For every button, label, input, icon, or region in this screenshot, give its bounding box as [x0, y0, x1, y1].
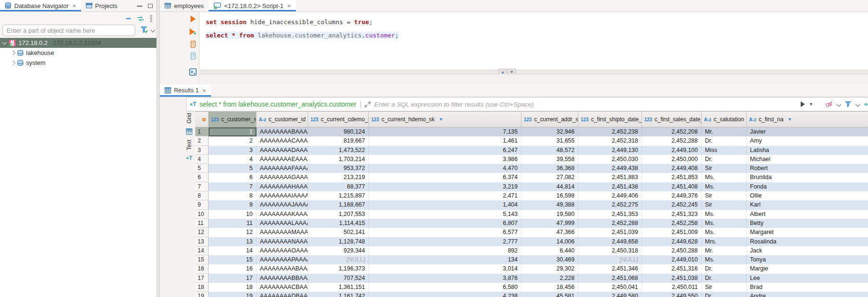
- grid-cell[interactable]: Rosalinda: [747, 237, 868, 246]
- row-number[interactable]: 1: [195, 127, 209, 136]
- grid-cell[interactable]: 16,598: [521, 191, 578, 200]
- grid-cell[interactable]: 5,143: [369, 210, 521, 219]
- grid-cell[interactable]: 2,449,408: [642, 164, 702, 173]
- grid-cell[interactable]: 1,461: [369, 136, 521, 145]
- grid-cell[interactable]: 1,168,667: [308, 200, 369, 209]
- row-number[interactable]: 15: [195, 255, 209, 264]
- column-header-c_current_addr_sk[interactable]: 123c_current_addr_sk▼: [521, 112, 578, 127]
- grid-cell[interactable]: 2,451,009: [642, 228, 702, 237]
- column-header-c_current_cdemo_sk[interactable]: 123c_current_cdemo_sk▼: [308, 112, 369, 127]
- row-number[interactable]: 6: [195, 173, 209, 182]
- row-number[interactable]: 7: [195, 182, 209, 191]
- grid-cell[interactable]: 2,451,038: [642, 274, 702, 283]
- row-number[interactable]: 2: [195, 136, 209, 145]
- grid-cell[interactable]: 14,006: [521, 237, 578, 246]
- chevron-right-icon[interactable]: [11, 51, 16, 55]
- grid-cell[interactable]: 953,372: [308, 164, 369, 173]
- row-number[interactable]: 3: [195, 146, 209, 155]
- grid-cell[interactable]: Albert: [747, 210, 868, 219]
- sql-editor[interactable]: + set session hide_inaccessible_columns …: [160, 12, 868, 84]
- filter-objects-icon[interactable]: [140, 26, 148, 34]
- grid-cell[interactable]: 6,580: [369, 283, 521, 292]
- grid-cell[interactable]: 2,450,041: [578, 283, 642, 292]
- minimize-icon[interactable]: [137, 5, 142, 7]
- grid-corner-cell[interactable]: [195, 112, 209, 127]
- link-with-editor-icon[interactable]: [137, 16, 144, 21]
- row-number[interactable]: 9: [195, 200, 209, 209]
- grid-cell[interactable]: 2,452,245: [642, 200, 702, 209]
- row-number[interactable]: 14: [195, 246, 209, 255]
- grid-cell[interactable]: 1,161,742: [308, 292, 369, 297]
- apply-filter-icon[interactable]: [801, 101, 805, 107]
- grid-cell[interactable]: [NULL]: [578, 255, 642, 264]
- grid-cell[interactable]: 6: [209, 173, 256, 182]
- grid-cell[interactable]: 10: [209, 210, 256, 219]
- grid-cell[interactable]: Ms.: [702, 210, 747, 219]
- grid-cell[interactable]: AAAAAAAADAAAAAAA: [256, 146, 308, 155]
- grid-cell[interactable]: Ms.: [702, 173, 747, 182]
- grid-cell[interactable]: 2,449,628: [642, 237, 702, 246]
- grid-cell[interactable]: Ollie: [747, 191, 868, 200]
- grid-cell[interactable]: Dr.: [702, 155, 747, 164]
- grid-cell[interactable]: 2,449,406: [578, 191, 642, 200]
- grid-cell[interactable]: AAAAAAAALAAAAAAA: [256, 219, 308, 228]
- grid-cell[interactable]: 2,452,318: [578, 136, 642, 145]
- open-sql-console-icon[interactable]: [189, 68, 197, 76]
- grid-cell[interactable]: AAAAAAAACAAAAAAA: [256, 136, 308, 145]
- grid-cell[interactable]: Ms.: [702, 255, 747, 264]
- grid-cell[interactable]: 11: [209, 219, 256, 228]
- grid-cell[interactable]: Sir: [702, 283, 747, 292]
- grid-cell[interactable]: 3,986: [369, 155, 521, 164]
- grid-cell[interactable]: 13: [209, 237, 256, 246]
- grid-cell[interactable]: Dr.: [702, 274, 747, 283]
- grid-cell[interactable]: Brunilda: [747, 173, 868, 182]
- grid-cell[interactable]: 6,577: [369, 228, 521, 237]
- grid-cell[interactable]: Dr.: [702, 136, 747, 145]
- grid-cell[interactable]: 2,451,353: [578, 210, 642, 219]
- chevron-down-icon[interactable]: [2, 40, 7, 45]
- grid-cell[interactable]: 18: [209, 283, 256, 292]
- close-icon[interactable]: ×: [202, 87, 206, 94]
- grid-cell[interactable]: 44,814: [521, 182, 578, 191]
- grid-cell[interactable]: 19: [209, 292, 256, 297]
- presentation-tab-text[interactable]: Text: [186, 140, 192, 150]
- grid-cell[interactable]: 2,450,011: [642, 283, 702, 292]
- grid-cell[interactable]: Margie: [747, 264, 868, 273]
- grid-cell[interactable]: 213,219: [308, 173, 369, 182]
- grid-cell[interactable]: 1,207,553: [308, 210, 369, 219]
- grid-cell[interactable]: Latisha: [747, 146, 868, 155]
- tab-projects[interactable]: Projects: [81, 0, 122, 11]
- grid-cell[interactable]: 7,135: [369, 127, 521, 136]
- grid-cell[interactable]: 2,228: [521, 274, 578, 283]
- grid-cell[interactable]: 502,141: [308, 228, 369, 237]
- grid-cell[interactable]: 3: [209, 146, 256, 155]
- grid-cell[interactable]: 6,247: [369, 146, 521, 155]
- grid-cell[interactable]: Ms.: [702, 219, 747, 228]
- grid-cell[interactable]: 30,469: [521, 255, 578, 264]
- execute-statement-icon[interactable]: [191, 16, 196, 22]
- grid-cell[interactable]: 12: [209, 228, 256, 237]
- column-header-c_current_hdemo_sk[interactable]: 123c_current_hdemo_sk▼: [369, 112, 521, 127]
- row-number[interactable]: 17: [195, 274, 209, 283]
- column-header-c_first_shipto_date_sk[interactable]: 123c_first_shipto_date_sk▼: [578, 112, 642, 127]
- object-filter-input[interactable]: [2, 25, 135, 36]
- grid-cell[interactable]: 36,368: [521, 164, 578, 173]
- grid-cell[interactable]: AAAAAAAAEAAAAAAA: [256, 155, 308, 164]
- grid-cell[interactable]: 2,449,658: [578, 237, 642, 246]
- row-number[interactable]: 13: [195, 237, 209, 246]
- grid-cell[interactable]: Brad: [747, 283, 868, 292]
- grid-cell[interactable]: 8: [209, 191, 256, 200]
- grid-cell[interactable]: AAAAAAAAOAAAAAAA: [256, 246, 308, 255]
- grid-cell[interactable]: 2,449,100: [642, 146, 702, 155]
- execute-script-icon[interactable]: [190, 41, 197, 48]
- grid-cell[interactable]: 18,456: [521, 283, 578, 292]
- grid-cell[interactable]: AAAAAAAAJAAAAAAA: [256, 200, 308, 209]
- grid-cell[interactable]: 2,449,010: [642, 255, 702, 264]
- row-number[interactable]: 16: [195, 264, 209, 273]
- grid-cell[interactable]: Robert: [747, 164, 868, 173]
- grid-cell[interactable]: 2,471: [369, 191, 521, 200]
- grid-cell[interactable]: Mr.: [702, 246, 747, 255]
- results-filter-bar[interactable]: «T select * from lakehouse.customer_anal…: [186, 97, 868, 111]
- grid-cell[interactable]: 6,807: [369, 219, 521, 228]
- grid-cell[interactable]: 1,128,748: [308, 237, 369, 246]
